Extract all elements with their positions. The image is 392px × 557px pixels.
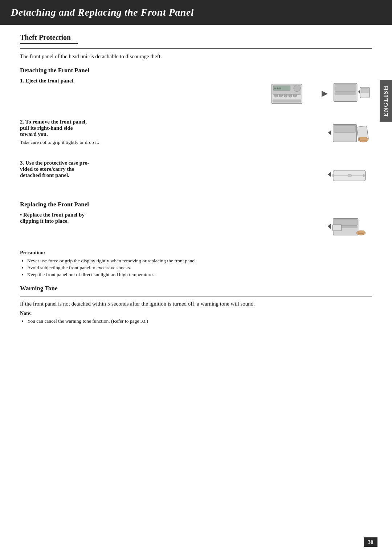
svg-rect-10 [273,100,301,102]
precaution-item-3: Keep the front panel out of direct sunli… [27,272,372,278]
page-header: Detaching and Replacing the Front Panel [0,0,392,25]
step-1-images: AUDIO ▶ [270,78,372,109]
svg-rect-22 [359,137,367,140]
precaution-item-1: Never use force or grip the display tigh… [27,258,372,264]
svg-point-9 [294,85,301,92]
note-list: You can cancel the warning tone function… [27,318,372,324]
precaution-list: Never use force or grip the display tigh… [27,258,372,278]
step-3-text: 3. Use the protective case pro-vided to … [20,160,318,181]
svg-rect-27 [363,174,364,177]
replacing-step-row: • Replace the front panel byclipping it … [20,212,372,243]
step-1-device-illus: AUDIO [270,78,317,109]
step-2-instruction: 2. To remove the front panel,pull its ri… [20,119,318,137]
step-2-text: 2. To remove the front panel,pull its ri… [20,119,318,145]
warning-tone-heading: Warning Tone [20,285,372,292]
note-item-1: You can cancel the warning tone function… [27,318,372,324]
step-2-row: 2. To remove the front panel,pull its ri… [20,119,372,150]
precaution-item-2: Avoid subjecting the front panel to exce… [27,265,372,271]
replacing-step-text: • Replace the front panel byclipping it … [20,212,318,224]
step-1-arrow: ▶ [322,89,328,98]
page-title: Detaching and Replacing the Front Panel [11,7,194,18]
replacing-illus [325,212,372,243]
svg-text:AUDIO: AUDIO [274,87,281,89]
svg-rect-35 [358,231,364,234]
svg-point-3 [279,94,282,97]
detaching-section: Detaching the Front Panel 1. Eject the f… [20,67,372,191]
precaution-box: Precaution: Never use force or grip the … [20,250,372,278]
step-1-instruction: 1. Eject the front panel. [20,78,263,84]
svg-marker-16 [358,90,360,94]
replacing-section: Replacing the Front Panel • Replace the … [20,201,372,278]
svg-marker-29 [328,223,331,229]
svg-marker-23 [328,172,331,177]
step-2-images [325,119,372,150]
svg-rect-13 [335,93,356,94]
step-3-images [325,160,372,191]
svg-point-6 [293,94,297,97]
svg-rect-15 [361,88,368,93]
theft-protection-heading: Theft Protection [20,33,78,44]
svg-rect-33 [332,225,341,231]
theft-protection-intro: The front panel of the head unit is deta… [20,53,372,60]
step-1-text: 1. Eject the front panel. [20,78,263,86]
step-2-note: Take care not to grip it tightly or drop… [20,140,318,145]
svg-point-5 [289,94,292,97]
page-number: 30 [364,537,377,547]
warning-tone-text: If the front panel is not detached withi… [20,301,372,307]
svg-point-4 [284,94,287,97]
step-3-row: 3. Use the protective case pro-vided to … [20,160,372,191]
svg-point-2 [274,94,278,97]
svg-marker-17 [328,130,331,135]
svg-rect-26 [332,174,334,177]
replacing-images [325,212,372,243]
svg-rect-28 [348,174,351,177]
step-1-row: 1. Eject the front panel. [20,78,372,109]
step-2-illus [325,119,372,150]
content-area: Theft Protection The front panel of the … [0,33,392,339]
english-tab: ENGLISH [380,80,392,122]
detaching-heading: Detaching the Front Panel [20,67,372,74]
precaution-title: Precaution: [20,250,372,256]
theft-protection-section: Theft Protection The front panel of the … [20,33,372,60]
replacing-heading: Replacing the Front Panel [20,201,372,208]
replacing-step-instruction: • Replace the front panel byclipping it … [20,212,318,224]
page-container: Detaching and Replacing the Front Panel … [0,0,392,557]
step-3-illus [325,160,372,191]
svg-rect-19 [334,125,356,132]
step-3-instruction: 3. Use the protective case pro-vided to … [20,160,318,178]
step-1-panel-illus [332,80,372,107]
warning-tone-section: Warning Tone If the front panel is not d… [20,285,372,324]
svg-rect-12 [335,84,356,92]
note-title: Note: [20,311,372,316]
